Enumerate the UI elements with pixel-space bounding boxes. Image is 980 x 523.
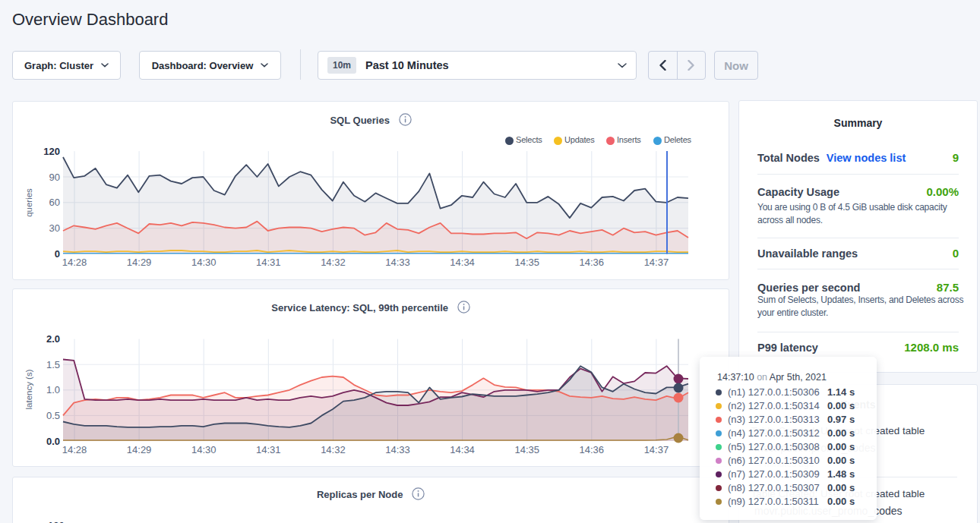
svg-text:14:34: 14:34 — [450, 444, 475, 455]
svg-text:14:34: 14:34 — [450, 257, 475, 268]
svg-text:14:37: 14:37 — [644, 257, 669, 268]
svg-text:90: 90 — [49, 172, 60, 183]
svg-text:latency (s): latency (s) — [24, 369, 33, 409]
svg-text:60: 60 — [49, 197, 60, 208]
svg-text:14:36: 14:36 — [580, 257, 605, 268]
svg-text:14:28: 14:28 — [62, 444, 87, 455]
svg-text:14:35: 14:35 — [514, 444, 539, 455]
svg-text:0: 0 — [55, 248, 60, 260]
svg-text:14:32: 14:32 — [321, 444, 346, 455]
svg-text:0.5: 0.5 — [46, 410, 60, 421]
svg-text:14:36: 14:36 — [580, 444, 605, 455]
svg-text:14:31: 14:31 — [256, 257, 281, 268]
svg-text:120: 120 — [43, 146, 60, 157]
svg-text:14:29: 14:29 — [127, 257, 152, 268]
svg-text:14:31: 14:31 — [256, 444, 281, 455]
svg-text:14:35: 14:35 — [514, 257, 539, 268]
svg-text:queries: queries — [24, 188, 33, 217]
svg-text:0.0: 0.0 — [46, 436, 60, 447]
svg-text:2.0: 2.0 — [46, 333, 60, 345]
svg-text:14:28: 14:28 — [62, 257, 87, 268]
svg-text:14:30: 14:30 — [191, 257, 217, 268]
svg-text:1.0: 1.0 — [46, 384, 60, 395]
svg-text:14:37: 14:37 — [644, 444, 669, 455]
svg-text:14:33: 14:33 — [385, 257, 410, 268]
svg-text:30: 30 — [49, 222, 60, 234]
svg-text:14:33: 14:33 — [385, 444, 410, 455]
svg-text:14:32: 14:32 — [321, 257, 346, 268]
svg-text:1.5: 1.5 — [46, 359, 60, 370]
svg-text:14:30: 14:30 — [191, 444, 217, 455]
svg-text:14:29: 14:29 — [127, 444, 152, 455]
